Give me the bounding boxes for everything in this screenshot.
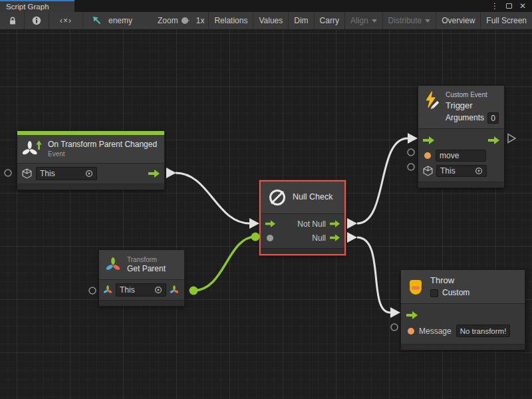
node-footer — [99, 300, 184, 306]
code-view-button[interactable]: ‹×› — [49, 12, 82, 29]
flow-output-port[interactable] — [488, 136, 499, 144]
value-input-port[interactable] — [267, 235, 273, 241]
target-field[interactable]: This — [116, 283, 166, 297]
dim-button[interactable]: Dim — [289, 12, 313, 29]
object-picker-icon[interactable] — [475, 167, 483, 175]
menu-icon[interactable]: ⋮ — [491, 2, 499, 10]
not-null-output-port[interactable] — [330, 220, 340, 227]
node-on-transform-parent-changed[interactable]: On Transform Parent Changed Event This — [17, 130, 165, 190]
relations-button[interactable]: Relations — [209, 12, 253, 29]
custom-checkbox-label: Custom — [442, 288, 469, 298]
tab-title: Script Graph — [6, 3, 49, 11]
info-button[interactable] — [25, 12, 49, 29]
close-icon[interactable]: ✕ — [519, 2, 526, 10]
graph-icon — [92, 16, 102, 25]
target-field[interactable]: This — [436, 165, 487, 177]
game-object-icon — [423, 166, 433, 176]
node-title: Trigger — [446, 100, 499, 111]
node-title: Throw — [430, 275, 469, 286]
node-footer — [261, 248, 344, 254]
node-category: Custom Event — [446, 90, 499, 99]
null-check-icon — [267, 188, 287, 207]
node-null-check[interactable]: Null Check Not Null Null — [259, 180, 346, 255]
lock-button[interactable] — [0, 12, 24, 29]
transform-input-port[interactable] — [103, 285, 112, 295]
flow-output-port[interactable] — [148, 170, 160, 178]
lock-icon — [8, 16, 17, 25]
node-title: Get Parent — [127, 264, 166, 274]
graph-name-label: enemy — [104, 16, 136, 25]
zoom-slider[interactable] — [185, 20, 190, 21]
window-controls: ⋮ ✕ — [491, 0, 532, 12]
tab-script-graph[interactable]: Script Graph — [0, 0, 74, 12]
graph-toolbar: ‹×› enemy Zoom 1x Relations Values Dim C… — [0, 12, 532, 30]
values-button[interactable]: Values — [253, 12, 288, 29]
tab-bar: Script Graph ⋮ ✕ — [0, 0, 532, 12]
null-output-port[interactable] — [330, 234, 340, 241]
arguments-count-field[interactable]: 0 — [487, 112, 499, 124]
node-subtitle: Event — [48, 150, 157, 158]
maximize-icon[interactable] — [506, 3, 512, 9]
game-object-icon — [22, 168, 32, 179]
flow-input-port[interactable] — [423, 136, 434, 144]
transform-icon — [104, 257, 122, 273]
object-picker-icon[interactable] — [85, 170, 93, 178]
node-get-parent[interactable]: Transform Get Parent This — [98, 249, 185, 307]
custom-event-icon — [424, 90, 440, 110]
event-name-field[interactable]: move — [436, 150, 486, 162]
chevron-down-icon — [425, 19, 430, 23]
arguments-label: Arguments — [446, 113, 484, 123]
node-trigger-custom-event[interactable]: Custom Event Trigger Arguments 0 — [418, 85, 505, 188]
zoom-level: 1x — [192, 16, 209, 25]
null-port-label: Null — [312, 233, 326, 243]
target-field[interactable]: This — [36, 167, 97, 180]
zoom-label: Zoom — [154, 16, 182, 25]
transform-event-icon — [23, 140, 43, 158]
full-screen-button[interactable]: Full Screen — [481, 12, 532, 29]
info-icon — [32, 16, 41, 25]
node-footer — [17, 184, 164, 190]
name-input-port[interactable] — [424, 152, 431, 159]
node-footer — [418, 182, 504, 188]
throw-error-icon — [406, 278, 425, 296]
align-dropdown[interactable]: Align — [345, 12, 382, 29]
object-picker-icon[interactable] — [154, 286, 162, 294]
node-footer — [401, 344, 525, 350]
node-category: Transform — [127, 255, 166, 264]
custom-checkbox[interactable] — [430, 289, 438, 297]
transform-output-port[interactable] — [170, 285, 179, 295]
flow-input-port[interactable] — [406, 311, 418, 319]
script-graph-window: Script Graph ⋮ ✕ ‹×› — [0, 0, 532, 399]
message-field[interactable]: No transform! — [456, 325, 511, 337]
chevron-down-icon — [372, 19, 377, 23]
not-null-port-label: Not Null — [297, 219, 326, 229]
message-label: Message — [419, 327, 452, 336]
carry-button[interactable]: Carry — [315, 12, 344, 29]
graph-reference-button[interactable] — [83, 12, 104, 29]
message-input-port[interactable] — [408, 328, 414, 334]
flow-input-port[interactable] — [265, 220, 275, 227]
node-throw[interactable]: Throw Custom Message No transform! — [400, 269, 525, 350]
code-icon: ‹×› — [60, 16, 72, 25]
node-title: Null Check — [293, 192, 332, 203]
overview-button[interactable]: Overview — [436, 12, 480, 29]
node-title: On Transform Parent Changed — [48, 140, 157, 150]
zoom-slider-thumb[interactable] — [182, 17, 188, 24]
distribute-dropdown[interactable]: Distribute — [383, 12, 436, 29]
